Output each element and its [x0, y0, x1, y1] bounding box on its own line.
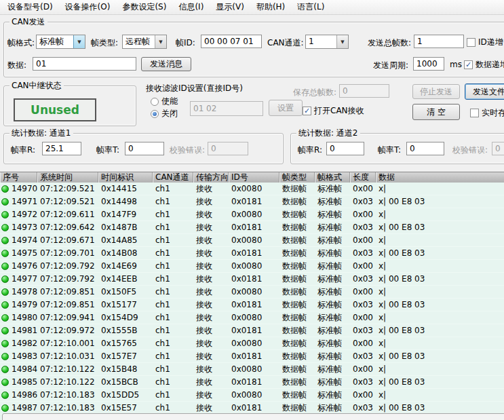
- frame-type-select[interactable]: 远程帧: [122, 35, 167, 49]
- table-row[interactable]: 1497907:12:09.8510x15177ch1接收0x0181数据帧标准…: [0, 299, 504, 311]
- menu-device-model[interactable]: 设备型号(D): [1, 0, 59, 15]
- table-row[interactable]: 1497507:12:09.7010x14B08ch1接收0x0181数据帧标准…: [0, 247, 504, 260]
- chevron-down-icon[interactable]: [155, 35, 166, 48]
- filter-id-input[interactable]: 01 02: [190, 101, 263, 116]
- rate-r-input[interactable]: 0: [326, 142, 364, 155]
- cell-length: 0x03: [350, 324, 376, 337]
- id-increment-checkbox[interactable]: [467, 38, 476, 47]
- table-row[interactable]: 1497307:12:09.6420x1487Bch1接收0x0181数据帧标准…: [0, 221, 504, 234]
- total-frames-input[interactable]: 1: [414, 35, 464, 48]
- header-timestamp[interactable]: 时间标识: [98, 172, 153, 183]
- cell-id: 0x0080: [229, 337, 279, 350]
- filter-enable-radio[interactable]: [151, 98, 159, 106]
- can-channel-select[interactable]: 1: [305, 35, 349, 49]
- chevron-down-icon[interactable]: [73, 35, 85, 48]
- cell-channel: ch1: [153, 376, 193, 389]
- table-row[interactable]: 1498507:12:10.1220x15BCBch1接收0x0181数据帧标准…: [0, 376, 504, 389]
- cell-data: x| 00 E8 03: [376, 221, 504, 234]
- table-row[interactable]: 1498307:12:10.0310x157E7ch1接收0x0181数据帧标准…: [0, 350, 504, 363]
- status-led-icon: [1, 250, 9, 257]
- send-message-button[interactable]: 发送消息: [141, 57, 191, 71]
- filter-close-radio[interactable]: [151, 110, 159, 118]
- header-channel[interactable]: CAN通道: [153, 172, 193, 183]
- cell-frame-format: 标准帧: [315, 324, 350, 337]
- header-frame-format[interactable]: 帧格式: [315, 172, 350, 183]
- data-increment-checkbox[interactable]: [464, 60, 473, 69]
- message-table: 序号 系统时间 时间标识 CAN通道 传输方向 ID号 帧类型 帧格式 长度 数…: [0, 172, 504, 420]
- header-frame-type[interactable]: 帧类型: [279, 172, 315, 183]
- cell-frame-type: 数据帧: [279, 234, 315, 247]
- menu-language[interactable]: 语言(L): [291, 0, 330, 15]
- menu-device-operate[interactable]: 设备操作(O): [59, 0, 117, 15]
- stats-channel1-group: 统计数据: 通道1 帧率R: 25.1 帧率T: 0 校验错误: 0: [3, 133, 284, 164]
- header-seq[interactable]: 序号: [0, 172, 37, 183]
- rate-t-input[interactable]: 0: [406, 142, 444, 155]
- table-row[interactable]: 1497207:12:09.6110x147F9ch1接收0x0080数据帧标准…: [0, 208, 504, 221]
- header-length[interactable]: 长度: [350, 172, 376, 183]
- header-data[interactable]: 数据: [376, 172, 504, 183]
- menu-display[interactable]: 显示(V): [210, 0, 250, 15]
- chevron-down-icon[interactable]: [336, 35, 348, 48]
- menu-help[interactable]: 帮助(H): [250, 0, 291, 15]
- table-row[interactable]: 1497007:12:09.5210x14415ch1接收0x0080数据帧标准…: [0, 183, 504, 195]
- send-file-button[interactable]: 发送文件: [465, 83, 504, 100]
- data-label: 数据:: [7, 60, 26, 71]
- frame-format-label: 帧格式:: [7, 37, 35, 49]
- filter-set-button[interactable]: 设置: [269, 100, 303, 116]
- cell-seq-value: 14973: [12, 221, 37, 234]
- can-channel-value: 1: [306, 35, 336, 48]
- save-total-input[interactable]: 0: [339, 84, 389, 98]
- rate-r-input[interactable]: 25.1: [42, 142, 81, 155]
- cell-seq-value: 14981: [12, 324, 37, 337]
- cell-length: 0x00: [350, 363, 376, 376]
- cell-id: 0x0181: [229, 247, 279, 260]
- table-row[interactable]: 1497107:12:09.5210x14498ch1接收0x0181数据帧标准…: [0, 195, 504, 208]
- rate-t-input[interactable]: 0: [125, 142, 164, 155]
- cell-channel: ch1: [153, 234, 193, 247]
- cell-channel: ch1: [153, 324, 193, 337]
- stop-send-button[interactable]: 停止发送: [412, 84, 460, 99]
- table-row[interactable]: 1497407:12:09.6710x14A85ch1接收0x0080数据帧标准…: [0, 234, 504, 247]
- cell-seq: 14979: [0, 299, 37, 311]
- cell-seq: 14971: [0, 195, 37, 208]
- menu-info[interactable]: 信息(I): [172, 0, 210, 15]
- filter-close-option: 关闭: [151, 108, 178, 119]
- total-frames-label: 发送总帧数:: [368, 37, 411, 49]
- table-row[interactable]: 1498107:12:09.9720x1555Bch1接收0x0181数据帧标准…: [0, 324, 504, 337]
- header-id[interactable]: ID号: [229, 172, 279, 183]
- cell-timestamp: 0x15B48: [98, 363, 153, 376]
- cell-data: x|: [376, 208, 504, 221]
- cell-frame-type: 数据帧: [279, 337, 315, 350]
- menu-param-settings[interactable]: 参数设定(S): [116, 0, 172, 15]
- cell-seq-value: 14972: [12, 208, 37, 221]
- header-sys-time[interactable]: 系统时间: [37, 172, 98, 183]
- header-direction[interactable]: 传输方向: [193, 172, 229, 183]
- cell-length: 0x00: [350, 286, 376, 299]
- send-period-input[interactable]: 1000: [413, 57, 444, 71]
- check-error-input[interactable]: 0: [208, 142, 248, 155]
- cell-timestamp: 0x14B08: [98, 247, 153, 260]
- cell-direction: 接收: [193, 221, 229, 234]
- table-row[interactable]: 1498007:12:09.9410x154D9ch1接收0x0080数据帧标准…: [0, 311, 504, 324]
- cell-frame-type: 数据帧: [279, 286, 315, 299]
- cell-frame-format: 标准帧: [315, 234, 350, 247]
- status-led-icon: [1, 404, 9, 412]
- status-led-icon: [1, 314, 9, 322]
- table-row[interactable]: 1497807:12:09.8510x150F5ch1接收0x0080数据帧标准…: [0, 286, 504, 299]
- table-row[interactable]: 1497607:12:09.7920x14E69ch1接收0x0080数据帧标准…: [0, 260, 504, 273]
- data-input[interactable]: 01: [33, 57, 136, 71]
- clear-button[interactable]: 清 空: [412, 104, 460, 120]
- cell-direction: 接收: [193, 273, 229, 286]
- table-row[interactable]: 1498607:12:10.1830x15DD5ch1接收0x0080数据帧标准…: [0, 389, 504, 402]
- cell-sys-time: 07:12:09.521: [37, 195, 98, 208]
- table-row[interactable]: 1498407:12:10.1220x15B48ch1接收0x0080数据帧标准…: [0, 363, 504, 376]
- frame-format-select[interactable]: 标准帧: [36, 35, 85, 49]
- cell-seq: 14974: [0, 234, 37, 247]
- realtime-save-checkbox[interactable]: [470, 109, 479, 117]
- table-row[interactable]: 1497707:12:09.7920x14EEBch1接收0x0181数据帧标准…: [0, 273, 504, 286]
- frame-id-input[interactable]: 00 00 07 01: [201, 35, 262, 48]
- check-error-input[interactable]: 0: [492, 142, 504, 155]
- open-can-receive-checkbox[interactable]: [303, 107, 311, 115]
- table-row[interactable]: 1498207:12:10.0010x15765ch1接收0x0080数据帧标准…: [0, 337, 504, 350]
- cell-data: x|: [376, 389, 504, 402]
